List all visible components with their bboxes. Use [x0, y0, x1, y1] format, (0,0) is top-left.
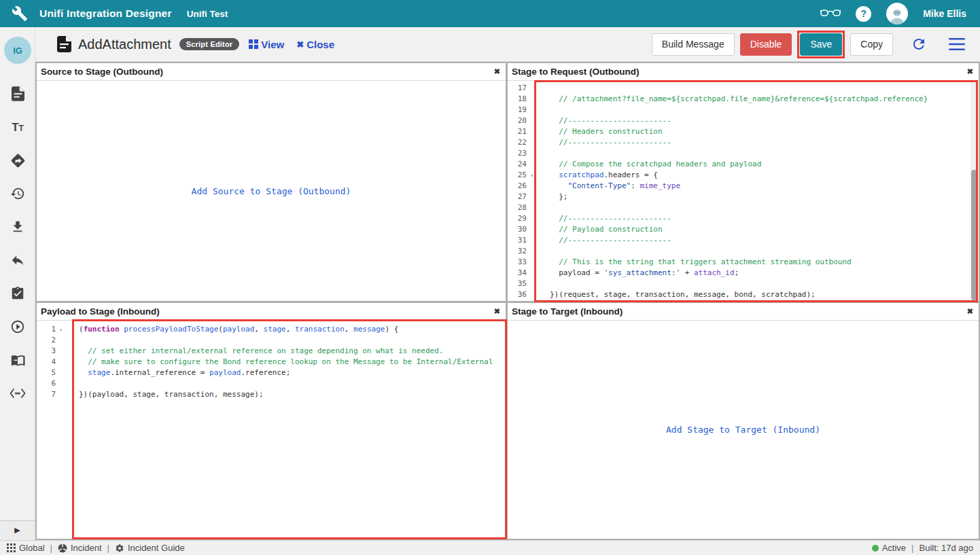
play-circle-icon [10, 319, 25, 334]
sidebar-item-text[interactable]: TT [0, 117, 35, 137]
environment-name[interactable]: Unifi Test [187, 9, 228, 19]
code-line[interactable]: 34 payload = 'sys_attachment:' + attach_… [508, 268, 979, 279]
code-text: //----------------------- [533, 213, 671, 224]
sidebar-item-reply[interactable] [0, 250, 35, 270]
panel-close-icon[interactable]: ✖ [967, 308, 973, 315]
code-text: // Compose the scratchpad headers and pa… [533, 159, 761, 170]
panel-close-icon[interactable]: ✖ [494, 308, 500, 315]
code-text: scratchpad.headers = { [533, 170, 658, 181]
panel-header: Stage to Request (Outbound) ✖ [508, 63, 979, 81]
hamburger-menu-icon[interactable] [946, 37, 968, 51]
sidebar-item-history[interactable] [0, 183, 35, 204]
close-button[interactable]: ✖ Close [296, 39, 334, 50]
code-line[interactable]: 7})(payload, stage, transaction, message… [37, 389, 506, 400]
code-text: //----------------------- [533, 137, 671, 148]
code-line[interactable]: 31 //----------------------- [508, 235, 979, 246]
code-line[interactable]: 19 [508, 105, 979, 115]
book-icon [10, 353, 25, 368]
sidebar-item-tasks[interactable] [0, 283, 35, 304]
sidebar-item-directions[interactable] [0, 150, 35, 171]
code-line[interactable]: 5 stage.internal_reference = payload.ref… [37, 368, 506, 378]
app-item-incident-guide[interactable]: Incident Guide [115, 543, 185, 553]
panel-close-icon[interactable]: ✖ [494, 68, 500, 75]
sidebar-item-download[interactable] [0, 217, 35, 237]
line-number: 5 [37, 368, 63, 378]
code-line[interactable]: 36})(request, stage, transaction, messag… [508, 289, 979, 300]
code-line[interactable]: 28 [508, 202, 979, 213]
fold-toggle-icon[interactable]: ▾ [530, 171, 533, 181]
scrollbar-track[interactable] [970, 82, 977, 300]
code-editor[interactable]: 1718 // /attachment?file_name=${scratchp… [508, 81, 979, 300]
sidebar-item-run[interactable] [0, 317, 35, 337]
code-line[interactable]: 17 [508, 83, 979, 94]
panel-body: 1718 // /attachment?file_name=${scratchp… [508, 81, 979, 301]
line-number: 3 [37, 346, 63, 357]
code-line[interactable]: 4 // make sure to configure the Bond ref… [37, 357, 506, 368]
code-text: // set either internal/external referenc… [63, 346, 443, 357]
user-avatar-icon[interactable] [886, 3, 908, 24]
panel-close-icon[interactable]: ✖ [967, 68, 973, 75]
view-button[interactable]: View [249, 39, 284, 50]
code-line[interactable]: 30 // Payload construction [508, 224, 979, 235]
code-line[interactable]: 2 [37, 335, 506, 346]
sidebar-expand-button[interactable]: ▶ [0, 520, 35, 539]
line-number: 30 [508, 224, 533, 235]
line-number: 36 [508, 289, 533, 300]
gear-icon [115, 543, 124, 553]
build-message-button[interactable]: Build Message [652, 33, 735, 56]
line-number: 20 [508, 115, 533, 126]
code-line[interactable]: 20 //----------------------- [508, 115, 979, 126]
save-button[interactable]: Save [800, 33, 842, 56]
code-text [63, 378, 79, 389]
scrollbar-thumb[interactable] [971, 170, 977, 300]
code-line[interactable]: 22 //----------------------- [508, 137, 979, 148]
line-number: 23 [508, 148, 533, 159]
app-item-incident[interactable]: Incident [58, 543, 102, 553]
copy-button[interactable]: Copy [850, 33, 893, 56]
disable-button[interactable]: Disable [740, 33, 792, 56]
refresh-icon[interactable] [908, 36, 930, 52]
glasses-icon[interactable] [820, 7, 841, 20]
text-format-icon: TT [12, 122, 24, 133]
add-script-link[interactable]: Add Stage to Target (Inbound) [666, 425, 820, 435]
sidebar-item-docs[interactable] [0, 350, 35, 370]
panel-header: Source to Stage (Outbound) ✖ [37, 63, 506, 81]
panel-title: Source to Stage (Outbound) [41, 67, 163, 77]
code-line[interactable]: 29 //----------------------- [508, 213, 979, 224]
code-line[interactable]: 33 // This is the string that triggers a… [508, 257, 979, 268]
code-line[interactable]: 32 [508, 246, 979, 257]
add-script-link[interactable]: Add Source to Stage (Outbound) [192, 186, 351, 196]
user-name[interactable]: Mike Ellis [923, 8, 966, 19]
code-text: // /attachment?file_name=${scratchpad.fi… [533, 94, 928, 105]
code-editor[interactable]: 1▾(function processPayloadToStage(payloa… [37, 321, 506, 400]
fold-toggle-icon[interactable]: ▾ [59, 325, 63, 336]
line-number: 35 [508, 279, 533, 289]
status-bar: Global | Incident | Incident Guide Activ… [0, 540, 980, 555]
help-icon[interactable]: ? [856, 6, 871, 22]
code-line[interactable]: 21 // Headers construction [508, 126, 979, 137]
panel-title: Payload to Stage (Inbound) [41, 306, 160, 317]
code-line[interactable]: 25▾ scratchpad.headers = { [508, 170, 979, 181]
code-line[interactable]: 27 }; [508, 192, 979, 202]
avatar[interactable]: IG [4, 37, 31, 64]
wrench-icon[interactable] [11, 5, 29, 22]
sidebar-item-code[interactable] [0, 383, 35, 404]
line-number: 26 [508, 181, 533, 192]
code-line[interactable]: 35 [508, 279, 979, 289]
line-number: 22 [508, 137, 533, 148]
download-icon [10, 219, 25, 234]
code-line[interactable]: 26 "Content-Type": mime_type [508, 181, 979, 192]
code-line[interactable]: 6 [37, 378, 506, 389]
line-number: 17 [508, 83, 533, 94]
sidebar-item-document[interactable] [0, 84, 35, 104]
incident-circle-icon [58, 543, 67, 553]
code-text [533, 246, 550, 257]
expand-arrow-icon: ▶ [14, 526, 20, 535]
scope-item-global[interactable]: Global [7, 543, 45, 553]
line-number: 21 [508, 126, 533, 137]
code-line[interactable]: 24 // Compose the scratchpad headers and… [508, 159, 979, 170]
code-line[interactable]: 23 [508, 148, 979, 159]
code-line[interactable]: 3 // set either internal/external refere… [37, 346, 506, 357]
code-line[interactable]: 1▾(function processPayloadToStage(payloa… [37, 324, 506, 335]
code-line[interactable]: 18 // /attachment?file_name=${scratchpad… [508, 94, 979, 105]
